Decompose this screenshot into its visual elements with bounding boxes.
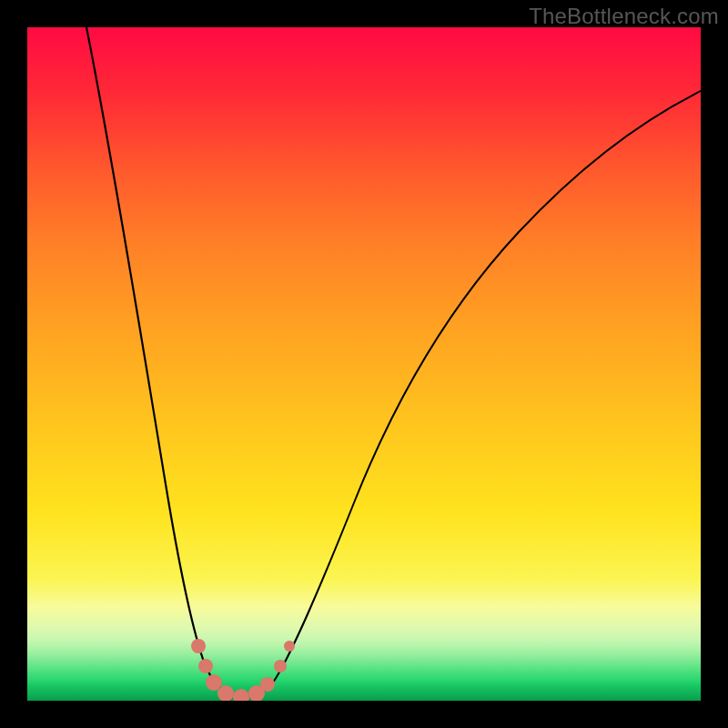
curve-layer [27,27,701,701]
marker-point [260,677,275,692]
marker-point [274,660,287,672]
curve-right [273,91,701,682]
marker-point [284,641,295,652]
plot-area [27,27,701,701]
watermark: TheBottleneck.com [529,4,719,29]
marker-group [191,639,295,701]
marker-point [233,689,249,701]
marker-point [198,659,213,673]
curve-left [86,27,214,682]
marker-point [191,639,206,653]
chart-frame: TheBottleneck.com [0,0,728,728]
